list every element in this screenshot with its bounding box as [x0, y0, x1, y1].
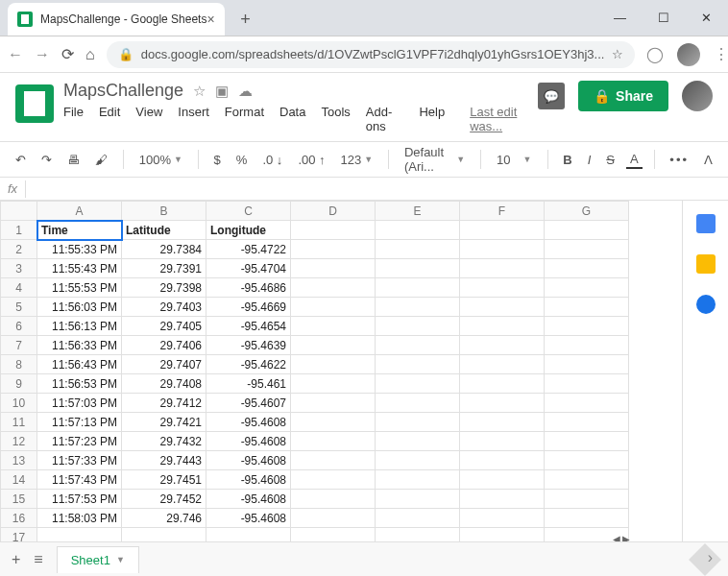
reload-button[interactable]: ⟳ — [61, 45, 74, 63]
sheet-tab-sheet1[interactable]: Sheet1 ▼ — [57, 546, 139, 573]
menu-edit[interactable]: Edit — [99, 105, 120, 133]
cell[interactable]: -95.4622 — [206, 355, 291, 374]
cell[interactable] — [291, 374, 376, 394]
row-header[interactable]: 12 — [1, 432, 37, 451]
browser-tab[interactable]: MapsChallenge - Google Sheets × — [8, 3, 225, 36]
text-color-button[interactable]: A — [626, 150, 643, 169]
cell[interactable]: 29.7452 — [122, 490, 206, 509]
cell[interactable] — [545, 259, 629, 278]
cell[interactable] — [545, 509, 629, 528]
cell[interactable]: 11:55:53 PM — [37, 278, 122, 298]
row-header[interactable]: 14 — [1, 470, 37, 490]
cell[interactable]: 29.7398 — [122, 278, 206, 298]
cell[interactable] — [545, 298, 629, 317]
cell[interactable] — [376, 394, 460, 413]
cell[interactable]: 11:56:03 PM — [37, 298, 122, 317]
url-input[interactable]: 🔒 docs.google.com/spreadsheets/d/1OVZwtP… — [107, 41, 636, 68]
column-header[interactable]: D — [291, 202, 376, 221]
menu-view[interactable]: View — [135, 105, 162, 133]
menu-help[interactable]: Help — [419, 105, 445, 133]
cell[interactable] — [376, 374, 460, 394]
cell[interactable] — [291, 336, 376, 355]
cell[interactable] — [460, 278, 545, 298]
cell[interactable]: 11:55:43 PM — [37, 259, 122, 278]
close-tab-icon[interactable]: × — [206, 12, 214, 27]
add-sheet-button[interactable]: + — [12, 551, 20, 568]
row-header[interactable]: 6 — [1, 317, 37, 336]
column-header[interactable]: B — [122, 202, 206, 221]
sheet-menu-icon[interactable]: ▼ — [116, 555, 125, 564]
cell[interactable]: Time — [37, 221, 122, 240]
calendar-icon[interactable] — [696, 214, 716, 233]
cell[interactable] — [460, 221, 545, 240]
browser-menu-icon[interactable]: ⋮ — [714, 45, 728, 63]
cell[interactable] — [291, 432, 376, 451]
cell[interactable] — [460, 259, 545, 278]
cell[interactable] — [376, 413, 460, 432]
menu-insert[interactable]: Insert — [178, 105, 209, 133]
cell[interactable]: -95.4608 — [206, 470, 291, 490]
menu-addons[interactable]: Add-ons — [366, 105, 404, 133]
menu-format[interactable]: Format — [225, 105, 264, 133]
cell[interactable] — [460, 394, 545, 413]
cell[interactable] — [545, 490, 629, 509]
keep-icon[interactable] — [696, 254, 716, 274]
bold-button[interactable]: B — [559, 151, 575, 169]
italic-button[interactable]: I — [584, 151, 595, 169]
cell[interactable] — [376, 451, 460, 470]
cell[interactable] — [545, 374, 629, 394]
cell[interactable]: -95.4704 — [206, 259, 291, 278]
cell[interactable] — [291, 490, 376, 509]
cell[interactable] — [545, 470, 629, 490]
row-header[interactable]: 7 — [1, 336, 37, 355]
minimize-button[interactable]: — — [598, 0, 642, 36]
decrease-decimal[interactable]: .0 ↓ — [258, 151, 286, 169]
cell[interactable]: 29.7451 — [122, 470, 206, 490]
font-select[interactable]: Default (Ari...▼ — [400, 143, 469, 176]
back-button[interactable]: ← — [8, 46, 23, 63]
cell[interactable] — [545, 278, 629, 298]
more-tools-button[interactable]: ••• — [666, 151, 692, 169]
cell[interactable]: 29.7443 — [122, 451, 206, 470]
row-header[interactable]: 2 — [1, 240, 37, 259]
cell[interactable]: 11:57:53 PM — [37, 490, 122, 509]
cell[interactable]: -95.4608 — [206, 432, 291, 451]
cell[interactable]: 29.7432 — [122, 432, 206, 451]
account-avatar[interactable] — [682, 81, 713, 111]
cell[interactable]: 29.7405 — [122, 317, 206, 336]
move-folder-icon[interactable]: ▣ — [215, 83, 229, 100]
cell[interactable] — [376, 470, 460, 490]
cell[interactable]: 11:57:03 PM — [37, 394, 122, 413]
cell[interactable] — [291, 394, 376, 413]
paint-format-button[interactable]: 🖌 — [91, 151, 111, 169]
cell[interactable] — [460, 298, 545, 317]
cell[interactable]: -95.461 — [206, 374, 291, 394]
row-header[interactable]: 16 — [1, 509, 37, 528]
cell[interactable]: 11:56:43 PM — [37, 355, 122, 374]
increase-decimal[interactable]: .00 ↑ — [294, 151, 328, 169]
cell[interactable]: 11:56:13 PM — [37, 317, 122, 336]
row-header[interactable]: 15 — [1, 490, 37, 509]
cell[interactable] — [460, 451, 545, 470]
cell[interactable]: 11:57:33 PM — [37, 451, 122, 470]
cell[interactable]: -95.4669 — [206, 298, 291, 317]
cell[interactable] — [376, 221, 460, 240]
cell[interactable] — [376, 317, 460, 336]
cell[interactable]: -95.4608 — [206, 490, 291, 509]
cell[interactable]: 29.7412 — [122, 394, 206, 413]
row-header[interactable]: 4 — [1, 278, 37, 298]
profile-avatar[interactable] — [677, 43, 700, 66]
cell[interactable] — [291, 278, 376, 298]
cell[interactable]: -95.4722 — [206, 240, 291, 259]
home-button[interactable]: ⌂ — [85, 46, 95, 63]
format-percent[interactable]: % — [232, 151, 252, 169]
undo-button[interactable]: ↶ — [12, 151, 30, 169]
cell[interactable]: 11:57:43 PM — [37, 470, 122, 490]
cell[interactable] — [460, 317, 545, 336]
cell[interactable] — [291, 240, 376, 259]
cell[interactable]: 29.7391 — [122, 259, 206, 278]
row-header[interactable]: 10 — [1, 394, 37, 413]
cell[interactable] — [460, 432, 545, 451]
cell[interactable] — [460, 470, 545, 490]
cell[interactable] — [460, 355, 545, 374]
